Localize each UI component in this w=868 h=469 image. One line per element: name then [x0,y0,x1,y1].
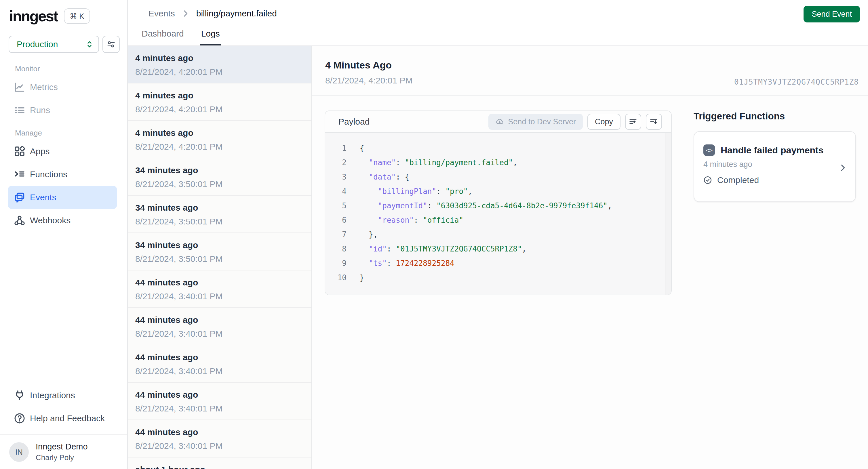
event-list-item-date: 8/21/2024, 4:20:01 PM [135,141,302,153]
event-detail-title: 4 Minutes Ago [325,59,859,71]
event-list-item[interactable]: 34 minutes ago 8/21/2024, 3:50:01 PM [128,196,311,233]
line-number: 1 [325,141,346,155]
event-list-item[interactable]: 44 minutes ago 8/21/2024, 3:40:01 PM [128,345,311,383]
event-list-item-time: 44 minutes ago [135,427,302,438]
nav-section-label: Manage [15,129,117,137]
json-string: "billing/payment.failed" [405,158,513,167]
code-line: 1 { [325,141,671,155]
cloud-download-icon [495,117,504,126]
json-key: "ts" [369,259,387,268]
json-string: "pro" [445,187,468,196]
json-key: "data" [369,173,396,181]
event-list-item[interactable]: 44 minutes ago 8/21/2024, 3:40:01 PM [128,308,311,345]
line-number: 3 [325,170,346,184]
event-list-item-date: 8/21/2024, 4:20:01 PM [135,103,302,115]
json-punctuation [360,158,369,167]
sidebar-item-apps[interactable]: Apps [8,140,117,163]
sidebar-footer: Integrations Help and Feedback IN Innges… [0,384,127,469]
payload-code[interactable]: 1 { 2 "name": "billing/payment.failed", … [325,133,671,295]
json-punctuation: : { [396,173,409,181]
event-list-item[interactable]: 4 minutes ago 8/21/2024, 4:20:01 PM [128,121,311,158]
json-punctuation: , [513,158,518,167]
json-punctuation: : [414,216,423,224]
json-punctuation [360,245,369,253]
event-list-item-time: 34 minutes ago [135,202,302,214]
send-to-dev-server-button[interactable]: Send to Dev Server [488,114,583,130]
logo-row: inngest ⌘ K [0,0,127,25]
event-log-list[interactable]: 4 minutes ago 8/21/2024, 4:20:01 PM 4 mi… [128,46,312,469]
apps-icon [14,146,25,157]
json-punctuation: : [427,201,436,210]
json-number: 1724228925284 [396,259,455,268]
line-number: 2 [325,155,346,170]
json-key: "paymentId" [378,201,427,210]
sidebar-item-label: Metrics [30,82,58,92]
triggered-function-name: Handle failed payments [721,145,824,156]
event-list-item[interactable]: 44 minutes ago 8/21/2024, 3:40:01 PM [128,271,311,308]
event-list-item-time: 44 minutes ago [135,389,302,401]
sliders-icon [107,40,115,49]
tab-logs[interactable]: Logs [200,29,221,45]
wrap-text-button[interactable] [625,114,641,130]
nav-section-label: Monitor [15,64,117,73]
event-list-item[interactable]: 34 minutes ago 8/21/2024, 3:50:01 PM [128,233,311,271]
line-number: 7 [325,227,346,242]
environment-selector[interactable]: Production [9,36,99,53]
sidebar-item-help-and-feedback[interactable]: Help and Feedback [8,407,117,430]
json-key: "id" [369,245,387,253]
event-list-item[interactable]: about 1 hour ago [128,458,311,469]
sidebar-item-runs[interactable]: Runs [8,99,117,122]
sidebar-item-label: Functions [30,169,67,179]
json-punctuation [360,173,369,181]
sidebar-item-integrations[interactable]: Integrations [8,384,117,407]
event-list-item-time: 4 minutes ago [135,127,302,139]
event-list-item[interactable]: 34 minutes ago 8/21/2024, 3:50:01 PM [128,158,311,196]
wrap-text-icon [629,117,638,126]
command-k-shortcut[interactable]: ⌘ K [64,8,90,24]
chevron-up-down-icon [85,40,94,49]
user-menu[interactable]: IN Inngest Demo Charly Poly [0,435,127,469]
send-event-button[interactable]: Send Event [804,6,860,23]
code-line: 7 }, [325,227,671,242]
event-list-item[interactable]: 4 minutes ago 8/21/2024, 4:20:01 PM [128,84,311,121]
json-punctuation: }, [360,230,378,239]
line-number: 8 [325,242,346,256]
payload-card: Payload Send to Dev Server Copy [324,111,672,295]
json-key: "reason" [378,216,414,224]
json-punctuation: , [468,187,472,196]
line-number: 5 [325,198,346,213]
code-line: 2 "name": "billing/payment.failed", [325,155,671,170]
sidebar-item-events[interactable]: Events [8,186,117,209]
tab-dashboard[interactable]: Dashboard [141,29,185,45]
line-number: 10 [325,271,346,285]
code-scrollbar[interactable] [665,133,671,295]
triggered-function-card[interactable]: <> Handle failed payments 4 minutes ago … [693,131,856,202]
event-list-item-time: about 1 hour ago [135,464,302,469]
event-list-item[interactable]: 44 minutes ago 8/21/2024, 3:40:01 PM [128,420,311,458]
copy-button[interactable]: Copy [587,114,620,130]
json-punctuation: , [522,245,527,253]
functions-icon [14,168,25,180]
runs-icon [14,104,25,116]
event-list-item[interactable]: 4 minutes ago 8/21/2024, 4:20:01 PM [128,46,311,84]
event-list-item[interactable]: 44 minutes ago 8/21/2024, 3:40:01 PM [128,383,311,420]
event-list-item-time: 34 minutes ago [135,164,302,176]
event-list-item-date: 8/21/2024, 3:40:01 PM [135,366,302,377]
sidebar-item-webhooks[interactable]: Webhooks [8,209,117,232]
json-punctuation [360,259,369,268]
environment-settings-button[interactable] [102,36,120,53]
send-to-dev-server-label: Send to Dev Server [508,117,576,126]
inngest-logo[interactable]: inngest [9,7,58,25]
sidebar-item-functions[interactable]: Functions [8,163,117,186]
sidebar-item-metrics[interactable]: Metrics [8,76,117,99]
breadcrumb-events-link[interactable]: Events [149,9,175,19]
app: inngest ⌘ K Production Monitor Metrics R… [0,0,868,469]
code-line: 10 } [325,271,671,285]
chevron-right-icon[interactable] [839,163,847,172]
payload-card-header: Payload Send to Dev Server Copy [325,111,671,133]
event-detail: 4 Minutes Ago 8/21/2024, 4:20:01 PM 01J5… [312,46,868,469]
line-wrap-button[interactable] [646,114,662,130]
help-icon [14,413,25,424]
events-icon [14,192,25,203]
tabs: DashboardLogs [141,29,221,45]
